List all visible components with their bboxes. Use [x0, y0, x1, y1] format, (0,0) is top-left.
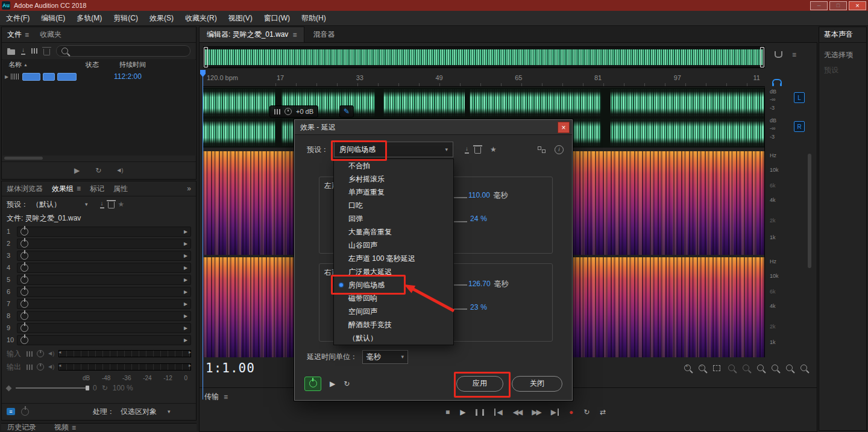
preset-option[interactable]: 山谷回声 [334, 239, 453, 252]
rack-list-icon[interactable] [7, 408, 15, 415]
channel-routing-icon[interactable] [538, 146, 546, 153]
preset-option[interactable]: （默认） [334, 331, 453, 345]
slot-arrow-icon[interactable] [184, 312, 187, 319]
channel-left-button[interactable]: L [794, 92, 805, 103]
zoom-out-icon[interactable] [699, 365, 705, 371]
delete-file-icon[interactable] [43, 49, 50, 55]
slot-power-icon[interactable] [20, 336, 28, 344]
slot-arrow-icon[interactable] [184, 228, 187, 235]
panel-menu-icon[interactable] [792, 51, 796, 58]
headphones-icon[interactable] [772, 79, 782, 84]
close-button[interactable] [849, 1, 866, 10]
delete-preset-icon[interactable] [108, 202, 115, 208]
play-icon[interactable] [460, 409, 465, 416]
favorite-icon[interactable] [490, 146, 497, 153]
preset-option[interactable]: 乡村摇滚乐 [334, 172, 453, 186]
preset-option[interactable]: 广泛最大延迟 [334, 265, 453, 278]
preview-loop-icon[interactable] [95, 167, 101, 174]
panel-menu-icon[interactable] [72, 424, 76, 431]
menu-file[interactable]: 文件(F) [6, 13, 30, 23]
minimize-button[interactable] [810, 1, 828, 10]
zoom-amplitude-in-icon[interactable] [786, 365, 793, 371]
preset-option[interactable]: 醉酒鼓手竞技 [334, 318, 453, 331]
mix-slider[interactable] [16, 387, 88, 389]
range-handle-left[interactable] [204, 47, 208, 67]
close-dialog-button[interactable]: 关闭 [512, 376, 562, 392]
channel-right-button[interactable]: R [794, 121, 805, 132]
reset-icon[interactable] [102, 384, 108, 392]
vertical-scrollbar[interactable] [808, 154, 811, 268]
import-file-icon[interactable] [21, 47, 25, 55]
preset-option[interactable]: 空间回声 [334, 305, 453, 318]
zoom-right-edge-icon[interactable] [772, 365, 778, 371]
menu-favorites[interactable]: 收藏夹(R) [185, 13, 217, 23]
right-mix-value[interactable]: 23 [470, 303, 478, 311]
effect-slot-row[interactable]: 6 [7, 286, 191, 298]
delay-unit-combo[interactable]: 毫秒 [362, 350, 408, 364]
right-mix-slider[interactable] [454, 308, 467, 310]
tab-media-browser[interactable]: 媒体浏览器 [7, 184, 43, 194]
slot-power-icon[interactable] [20, 228, 28, 236]
slot-power-icon[interactable] [20, 324, 28, 332]
hud-pin-button[interactable] [339, 105, 354, 117]
right-delay-value[interactable]: 126.70 [468, 280, 491, 288]
menu-multitrack[interactable]: 多轨(M) [77, 13, 102, 23]
effect-slot-row[interactable]: 10 [7, 334, 191, 346]
preset-option[interactable]: 口吃 [334, 199, 453, 212]
preview-play-icon[interactable] [330, 380, 335, 387]
left-delay-slider[interactable] [454, 197, 467, 198]
open-file-icon[interactable] [7, 49, 15, 55]
effect-slot-row[interactable]: 7 [7, 298, 191, 310]
effect-slot-row[interactable]: 8 [7, 310, 191, 322]
stop-icon[interactable] [445, 409, 450, 416]
favorite-icon[interactable] [118, 201, 125, 208]
hud-overlay[interactable]: +0 dB [269, 105, 318, 117]
slot-arrow-icon[interactable] [184, 264, 187, 271]
expand-chevron-icon[interactable] [5, 73, 8, 80]
tab-overflow-icon[interactable] [187, 185, 191, 192]
tab-video[interactable]: 视频 [54, 424, 76, 431]
slot-arrow-icon[interactable] [184, 288, 187, 295]
slot-arrow-icon[interactable] [184, 300, 187, 307]
snap-magnet-icon[interactable] [775, 51, 782, 58]
tab-effects-rack[interactable]: 效果组 [52, 184, 81, 194]
rewind-icon[interactable] [513, 409, 521, 416]
preset-option[interactable]: 单声道重复 [334, 186, 453, 199]
tab-markers[interactable]: 标记 [90, 184, 104, 194]
output-level-meter[interactable] [58, 363, 191, 371]
tab-files[interactable]: 文件 [7, 30, 29, 40]
apply-button[interactable]: 应用 [456, 376, 503, 392]
gain-knob-icon[interactable] [37, 363, 44, 371]
range-handle-right[interactable] [760, 47, 764, 67]
file-row[interactable]: 112:2:00 [2, 70, 195, 83]
files-search-input[interactable] [56, 45, 190, 57]
rack-preset-combo[interactable]: （默认） [32, 199, 88, 210]
left-delay-value[interactable]: 110.00 [468, 191, 490, 199]
tab-properties[interactable]: 属性 [113, 184, 128, 194]
menu-view[interactable]: 视图(V) [228, 13, 253, 23]
preset-option[interactable]: 磁带回响 [334, 292, 453, 305]
preview-loop-icon[interactable] [344, 380, 350, 387]
skip-to-end-icon[interactable] [551, 409, 559, 416]
menu-window[interactable]: 窗口(W) [264, 13, 290, 23]
preview-play-icon[interactable] [74, 167, 80, 174]
preset-option[interactable]: 大量高音重复 [334, 225, 453, 239]
slot-power-icon[interactable] [20, 300, 28, 308]
panel-menu-icon[interactable] [77, 185, 81, 192]
slot-power-icon[interactable] [20, 240, 28, 248]
pause-icon[interactable] [476, 409, 484, 416]
slot-arrow-icon[interactable] [184, 276, 187, 283]
zoom-amplitude-out-icon[interactable] [800, 365, 807, 371]
timeline-ruler[interactable]: 120.0 bpm 17 33 49 65 81 97 11 [203, 70, 765, 87]
skip-to-start-icon[interactable] [494, 409, 502, 416]
overview-waveform[interactable] [203, 46, 765, 68]
preset-option-selected[interactable]: 房间临场感 [334, 278, 453, 292]
skip-swap-icon[interactable] [600, 409, 606, 416]
tab-mixer[interactable]: 混音器 [306, 27, 342, 42]
menu-clip[interactable]: 剪辑(C) [113, 13, 138, 23]
dialog-title-bar[interactable]: 效果 - 延迟 [295, 120, 572, 135]
effect-slot-row[interactable]: 2 [7, 237, 191, 249]
dialog-preset-combo[interactable]: 房间临场感 [334, 142, 453, 157]
menu-edit[interactable]: 编辑(E) [41, 13, 65, 23]
save-preset-icon[interactable] [465, 146, 469, 154]
